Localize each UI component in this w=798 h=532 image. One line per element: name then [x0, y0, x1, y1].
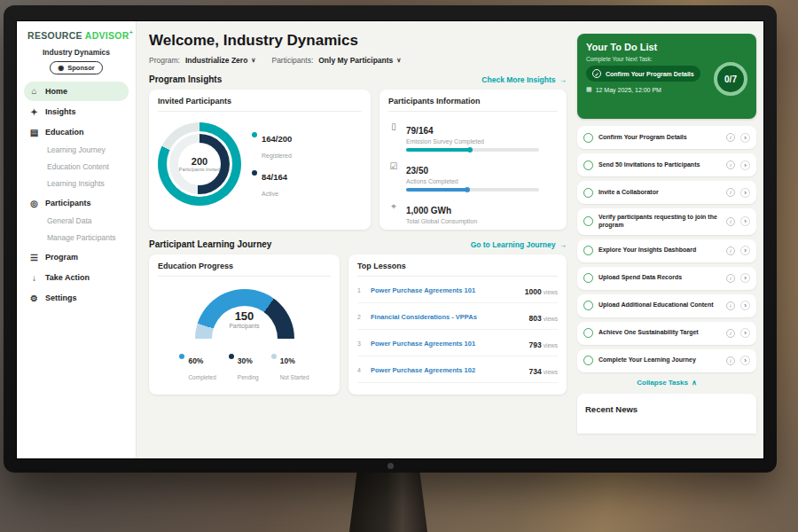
- task-label: Confirm Your Program Details: [598, 134, 721, 142]
- todo-summary-card: Your To Do List Complete Your Next Task:…: [577, 34, 756, 119]
- task-checkbox[interactable]: [583, 328, 593, 338]
- lesson-number: 1: [357, 287, 364, 293]
- sidebar-item-label: Home: [45, 87, 67, 96]
- lesson-link[interactable]: Power Purchase Agreements 102: [371, 366, 523, 374]
- check-more-insights-link[interactable]: Check More Insights →: [481, 75, 567, 84]
- info-icon[interactable]: i: [726, 356, 735, 365]
- task-label: Invite a Collaborator: [598, 189, 721, 197]
- legend-value: 30%: [238, 356, 253, 365]
- task-checkbox[interactable]: [583, 133, 593, 143]
- participants-filter-dropdown[interactable]: Only My Participants ∨: [318, 56, 401, 65]
- program-filter-value: Industrialize Zero: [185, 56, 247, 65]
- lesson-link[interactable]: Power Purchase Agreements 101: [371, 340, 523, 348]
- task-row[interactable]: Upload Additional Educational Content i …: [577, 294, 756, 317]
- registered-value: 164/200: [262, 134, 292, 144]
- task-row[interactable]: Verify participants requesting to join t…: [577, 208, 756, 235]
- info-label: Total Global Consumption: [406, 218, 477, 224]
- task-row[interactable]: Complete Your Learning Journey i ›: [577, 349, 756, 372]
- task-checkbox[interactable]: [583, 273, 593, 283]
- task-row[interactable]: Upload Spend Data Records i ›: [577, 267, 756, 290]
- info-icon[interactable]: i: [726, 160, 735, 169]
- chevron-right-icon[interactable]: ›: [740, 160, 750, 170]
- lesson-link[interactable]: Power Purchase Agreements 101: [371, 286, 519, 294]
- task-checkbox[interactable]: [583, 160, 593, 170]
- sidebar-item-education-content[interactable]: Education Content: [17, 159, 136, 176]
- task-checkbox[interactable]: [583, 246, 593, 255]
- chevron-right-icon[interactable]: ›: [740, 216, 750, 226]
- sidebar-item-learning-insights[interactable]: Learning Insights: [17, 176, 136, 192]
- sidebar-nav: ⌂ Home ✦ Insights ▤ Education Learning J…: [17, 82, 136, 308]
- lesson-link[interactable]: Power Purchase Agreements 103: [371, 393, 523, 395]
- todo-progress-ring: 0/7: [714, 62, 747, 96]
- task-row[interactable]: Achieve One Sustainability Target i ›: [577, 322, 756, 345]
- info-icon[interactable]: i: [726, 246, 735, 255]
- info-icon[interactable]: i: [726, 217, 735, 226]
- sidebar-item-learning-journey[interactable]: Learning Journey: [17, 142, 136, 159]
- info-row-consumption: ⌖ 1,000 GWh Total Global Consumption: [388, 201, 558, 224]
- lesson-number: 5: [357, 394, 364, 395]
- lesson-row[interactable]: 3 Power Purchase Agreements 101 793views: [357, 329, 558, 356]
- lesson-views: 793: [529, 340, 542, 349]
- sidebar-item-label: Learning Journey: [47, 145, 106, 154]
- info-icon[interactable]: i: [726, 329, 735, 338]
- sidebar-item-take-action[interactable]: ↓ Take Action: [17, 269, 136, 287]
- task-row[interactable]: Send 50 Invitations to Participants i ›: [577, 153, 756, 176]
- sidebar-item-label: Manage Participants: [47, 233, 116, 242]
- info-icon[interactable]: i: [726, 274, 735, 283]
- sidebar-item-home[interactable]: ⌂ Home: [24, 82, 129, 101]
- lesson-number: 3: [357, 340, 364, 347]
- legend-registered: 164/200 Registered: [252, 129, 292, 161]
- main-content: Welcome, Industry Dynamics Program: Indu…: [137, 21, 577, 458]
- lesson-row[interactable]: 4 Power Purchase Agreements 102 734views: [357, 356, 558, 382]
- sidebar-item-general-data[interactable]: General Data: [17, 213, 136, 230]
- chevron-right-icon[interactable]: ›: [740, 301, 750, 310]
- sidebar-item-education[interactable]: ▤ Education: [17, 123, 136, 142]
- next-task-pill[interactable]: ✓ Confirm Your Program Details: [586, 66, 700, 82]
- card-title: Invited Participants: [158, 97, 362, 112]
- sidebar-item-participants[interactable]: ◎ Participants: [17, 194, 136, 213]
- sidebar-item-label: Take Action: [45, 273, 90, 282]
- task-checkbox[interactable]: [583, 216, 593, 226]
- info-icon[interactable]: i: [726, 301, 735, 310]
- task-checkbox[interactable]: [583, 188, 593, 198]
- sidebar-item-program[interactable]: ☰ Program: [17, 248, 136, 267]
- info-icon[interactable]: i: [726, 188, 735, 197]
- lesson-row[interactable]: 5 Power Purchase Agreements 103 600views: [357, 382, 558, 395]
- sponsor-badge[interactable]: ◉ Sponsor: [50, 61, 102, 74]
- legend-dot-navy: [229, 354, 234, 359]
- task-row[interactable]: Invite a Collaborator i ›: [577, 181, 756, 204]
- task-checkbox[interactable]: [583, 301, 593, 310]
- education-gauge-chart: 150 Participants: [195, 289, 294, 339]
- program-filter-dropdown[interactable]: Industrialize Zero ∨: [185, 56, 256, 65]
- sidebar-item-settings[interactable]: ⚙ Settings: [17, 289, 136, 308]
- task-checkbox[interactable]: [583, 356, 593, 365]
- registered-label: Registered: [262, 153, 292, 159]
- sidebar-item-insights[interactable]: ✦ Insights: [17, 103, 136, 121]
- lesson-views: 1000: [525, 287, 542, 296]
- desk-background: RESOURCE ADVISOR+ Industry Dynamics ◉ Sp…: [0, 0, 798, 532]
- gauge-legend: 60% Completed 30% Pending 10%: [158, 351, 331, 383]
- sidebar-item-label: Program: [45, 253, 78, 262]
- lesson-link[interactable]: Financial Considerations - VPPAs: [371, 313, 523, 321]
- task-label: Achieve One Sustainability Target: [598, 329, 721, 337]
- task-row[interactable]: Explore Your Insights Dashboard i ›: [577, 239, 756, 262]
- chevron-down-icon: ∨: [251, 57, 255, 64]
- task-row[interactable]: Confirm Your Program Details i ›: [577, 126, 756, 149]
- recent-news-card: Recent News: [577, 394, 756, 434]
- lesson-row[interactable]: 1 Power Purchase Agreements 101 1000view…: [357, 277, 558, 302]
- brand-logo: RESOURCE ADVISOR+: [17, 29, 136, 41]
- info-icon[interactable]: i: [726, 133, 735, 142]
- chevron-right-icon[interactable]: ›: [740, 328, 750, 338]
- lesson-row[interactable]: 2 Financial Considerations - VPPAs 803vi…: [357, 302, 558, 329]
- gauge-center-label: Participants: [195, 323, 294, 329]
- sidebar-item-manage-participants[interactable]: Manage Participants: [17, 230, 136, 246]
- go-to-learning-journey-link[interactable]: Go to Learning Journey →: [471, 240, 567, 249]
- next-task-label: Confirm Your Program Details: [606, 71, 694, 77]
- chevron-right-icon[interactable]: ›: [740, 246, 750, 255]
- collapse-tasks-link[interactable]: Collapse Tasks ∧: [577, 379, 756, 387]
- chevron-right-icon[interactable]: ›: [740, 133, 750, 143]
- chevron-right-icon[interactable]: ›: [740, 188, 750, 198]
- chevron-right-icon[interactable]: ›: [740, 356, 750, 365]
- consumption-icon: ⌖: [388, 201, 399, 224]
- chevron-right-icon[interactable]: ›: [740, 273, 750, 283]
